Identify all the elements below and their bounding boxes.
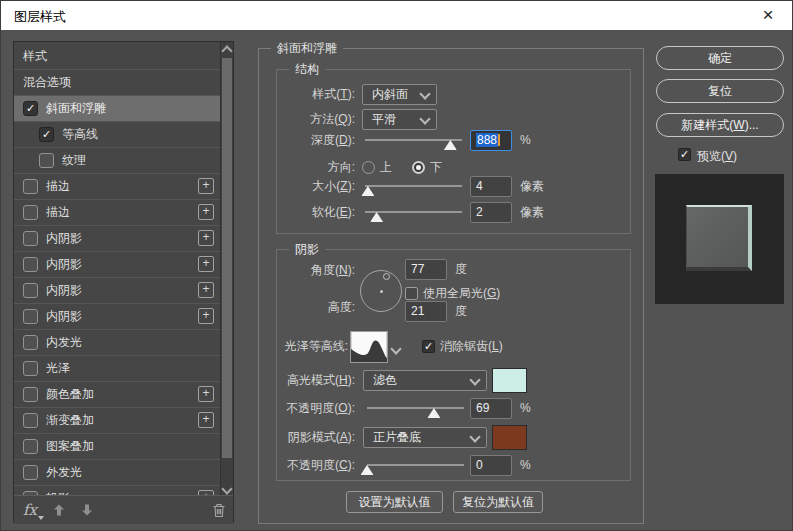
shadow-opacity-input[interactable]: 0 (470, 455, 512, 476)
soften-slider[interactable] (365, 206, 462, 222)
style-list-item-label: 斜面和浮雕 (46, 100, 106, 117)
bevel-emboss-panel: 斜面和浮雕 结构 样式(T): 内斜面 方法(Q): 平滑 深度(D): 888… (258, 48, 644, 524)
add-effect-icon[interactable]: + (198, 256, 214, 272)
effect-checkbox[interactable]: ✓ (39, 127, 54, 142)
move-effect-down-button[interactable] (81, 504, 93, 517)
depth-input[interactable]: 888 (470, 130, 512, 151)
dialog-title: 图层样式 (14, 8, 66, 26)
shadow-color-swatch[interactable] (492, 425, 527, 450)
altitude-input[interactable]: 21 (405, 301, 447, 322)
add-effect-icon[interactable]: + (198, 282, 214, 298)
dial-center-dot (380, 290, 383, 293)
depth-slider[interactable] (365, 134, 462, 150)
style-list-item[interactable]: 描边+ (14, 174, 220, 200)
style-list-item[interactable]: 样式 (14, 44, 220, 70)
technique-dropdown[interactable]: 平滑 (362, 109, 437, 130)
style-list-item[interactable]: ✓等高线 (14, 122, 220, 148)
effect-checkbox[interactable] (23, 361, 38, 376)
layer-style-dialog: 图层样式 × 样式混合选项✓斜面和浮雕✓等高线纹理描边+描边+内阴影+内阴影+内… (0, 0, 793, 531)
add-effect-icon[interactable]: + (198, 204, 214, 220)
scroll-up-icon[interactable] (221, 47, 233, 55)
soften-input[interactable]: 2 (470, 202, 512, 223)
add-effect-icon[interactable]: + (198, 412, 214, 428)
style-list-item[interactable]: 纹理 (14, 148, 220, 174)
angle-dial[interactable] (360, 270, 402, 312)
add-effect-icon[interactable]: + (198, 386, 214, 402)
reset-button[interactable]: 复位 (656, 79, 784, 103)
style-list-item-label: 内阴影 (46, 308, 82, 325)
scroll-down-icon[interactable] (221, 485, 233, 493)
style-preview (655, 174, 784, 304)
style-list-item[interactable]: 混合选项 (14, 70, 220, 96)
effect-checkbox[interactable] (23, 231, 38, 246)
set-default-button[interactable]: 设置为默认值 (346, 491, 443, 513)
direction-up-radio[interactable] (362, 161, 375, 174)
reset-default-button[interactable]: 复位为默认值 (453, 491, 543, 513)
effect-checkbox[interactable] (23, 257, 38, 272)
direction-down-radio[interactable] (412, 161, 425, 174)
effect-checkbox[interactable]: ✓ (23, 101, 38, 116)
effect-checkbox[interactable] (23, 335, 38, 350)
chevron-down-icon (469, 431, 480, 442)
style-list-item[interactable]: 内阴影+ (14, 226, 220, 252)
style-list-item[interactable]: ✓斜面和浮雕 (14, 96, 220, 122)
list-scrollbar[interactable] (220, 42, 233, 495)
effect-checkbox[interactable] (23, 439, 38, 454)
angle-input[interactable]: 77 (405, 259, 447, 280)
dial-angle-marker[interactable] (383, 273, 390, 280)
style-list-item[interactable]: 内阴影+ (14, 278, 220, 304)
style-list-item[interactable]: 描边+ (14, 200, 220, 226)
fx-menu-button[interactable]: fx (23, 501, 37, 519)
anti-alias-checkbox[interactable]: ✓ (422, 340, 435, 353)
highlight-color-swatch[interactable] (492, 368, 527, 393)
effect-checkbox[interactable] (23, 205, 38, 220)
style-list-item[interactable]: 内发光 (14, 330, 220, 356)
add-effect-icon[interactable]: + (198, 178, 214, 194)
highlight-opacity-input[interactable]: 69 (470, 398, 512, 419)
ok-button[interactable]: 确定 (656, 46, 784, 70)
style-list-item-label: 内阴影 (46, 256, 82, 273)
style-list-item[interactable]: 内阴影+ (14, 304, 220, 330)
global-light-checkbox[interactable] (405, 287, 418, 300)
style-list-item[interactable]: 内阴影+ (14, 252, 220, 278)
add-effect-icon[interactable]: + (198, 230, 214, 246)
style-list-item[interactable]: 颜色叠加+ (14, 382, 220, 408)
style-list-item[interactable]: 投影+ (14, 486, 220, 495)
effect-checkbox[interactable] (23, 283, 38, 298)
effect-checkbox[interactable] (23, 309, 38, 324)
slider-thumb[interactable] (444, 140, 457, 150)
size-slider[interactable] (365, 180, 462, 196)
size-input[interactable]: 4 (470, 176, 512, 197)
move-effect-up-button[interactable] (53, 504, 65, 517)
scrollbar-thumb[interactable] (222, 58, 232, 458)
preview-checkbox[interactable]: ✓ (678, 148, 691, 161)
style-list-item-label: 内阴影 (46, 282, 82, 299)
altitude-label: 高度: (259, 297, 355, 318)
contour-dropdown-button[interactable] (389, 341, 403, 355)
gloss-contour-picker[interactable] (350, 331, 388, 363)
style-list-item[interactable]: 图案叠加 (14, 434, 220, 460)
slider-thumb[interactable] (427, 408, 440, 418)
style-list-item[interactable]: 渐变叠加+ (14, 408, 220, 434)
new-style-button[interactable]: 新建样式(W)... (656, 113, 784, 137)
add-effect-icon[interactable]: + (198, 308, 214, 324)
effect-checkbox[interactable] (23, 387, 38, 402)
effect-checkbox[interactable] (23, 179, 38, 194)
highlight-opacity-slider[interactable] (367, 402, 464, 418)
effect-checkbox[interactable] (23, 413, 38, 428)
shadow-mode-value: 正片叠底 (373, 430, 421, 444)
style-list-item[interactable]: 光泽 (14, 356, 220, 382)
shadow-opacity-slider[interactable] (367, 459, 464, 475)
effect-checkbox[interactable] (23, 465, 38, 480)
highlight-mode-dropdown[interactable]: 滤色 (363, 370, 487, 391)
style-list-item-label: 纹理 (62, 152, 86, 169)
delete-effect-button[interactable] (212, 503, 226, 521)
effect-checkbox[interactable] (39, 153, 54, 168)
style-list: 样式混合选项✓斜面和浮雕✓等高线纹理描边+描边+内阴影+内阴影+内阴影+内阴影+… (14, 42, 220, 495)
slider-thumb[interactable] (370, 212, 383, 222)
shadow-mode-dropdown[interactable]: 正片叠底 (363, 427, 487, 448)
close-icon[interactable]: × (754, 3, 782, 27)
style-list-item[interactable]: 外发光 (14, 460, 220, 486)
style-dropdown[interactable]: 内斜面 (362, 84, 437, 105)
direction-down-label: 下 (430, 157, 442, 178)
